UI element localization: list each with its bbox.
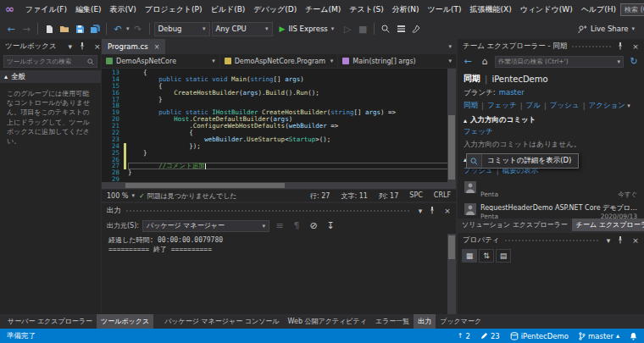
panel-grip[interactable] — [504, 238, 600, 242]
work-item-search-box[interactable]: 作業項目の検索 (Ctrl+') ▾ — [495, 56, 624, 68]
scroll-lock-icon[interactable]: ↧ — [324, 219, 337, 233]
branch-indicator[interactable]: master ▴ — [579, 332, 619, 340]
incoming-commits-section[interactable]: ▴ 入力方向のコミット — [464, 115, 638, 125]
team-action-link[interactable]: プル — [526, 101, 541, 111]
close-icon[interactable]: × — [442, 207, 452, 215]
code-line[interactable]: 17 } — [102, 97, 456, 103]
team-action-link[interactable]: フェッチ — [487, 101, 517, 111]
open-file-icon[interactable] — [58, 22, 71, 36]
left-dock-tab[interactable]: ツールボックス — [97, 314, 153, 329]
outgoing-commits-indicator[interactable]: ↑ 2 — [458, 332, 470, 340]
notifications-bell-icon[interactable] — [630, 332, 637, 340]
close-icon[interactable]: × — [630, 236, 641, 245]
right-panel-tab[interactable]: ソリューション エクスプローラー — [458, 219, 572, 231]
menu-item[interactable]: テスト(S) — [345, 0, 387, 19]
window-position-icon[interactable]: ▾ — [65, 42, 75, 51]
close-icon[interactable]: × — [154, 43, 160, 51]
repository-indicator[interactable]: iPentecDemo — [510, 332, 569, 340]
member-dropdown[interactable]: Main(string[] args) ▾ — [338, 54, 456, 68]
properties-window-icon[interactable] — [409, 22, 423, 36]
pending-changes-indicator[interactable]: 23 — [480, 332, 500, 340]
zoom-dropdown[interactable]: 100 % ▾ — [107, 192, 135, 200]
pin-icon[interactable] — [429, 207, 439, 214]
save-all-icon[interactable] — [88, 22, 102, 36]
type-dropdown[interactable]: DemoAspNetCore.Program ▾ — [220, 54, 339, 68]
editor-vertical-scrollbar[interactable] — [447, 69, 456, 182]
team-action-link[interactable]: プッシュ — [550, 101, 580, 111]
find-in-files-icon[interactable] — [379, 22, 392, 36]
bottom-dock-tab[interactable]: パッケージ マネージャー コンソール — [160, 314, 283, 329]
navigate-back-button[interactable]: ← — [4, 22, 18, 36]
word-wrap-icon[interactable]: ¶ — [290, 219, 303, 233]
output-source-dropdown[interactable]: パッケージ マネージャー ▾ — [142, 220, 269, 232]
start-without-debugging-icon[interactable]: ▷ — [341, 22, 354, 36]
messages-icon[interactable]: ≡ — [273, 219, 286, 233]
categorized-button[interactable]: ▦ — [462, 249, 477, 263]
redo-button[interactable]: ↷ — [131, 22, 145, 36]
window-position-icon[interactable]: ▾ — [415, 207, 425, 215]
active-files-dropdown-icon[interactable]: ▾ — [448, 43, 452, 50]
close-icon[interactable]: × — [92, 42, 103, 51]
right-panel-tab[interactable]: チーム エクスプローラー — [572, 219, 644, 231]
alphabetical-button[interactable]: ⇅ — [479, 249, 494, 263]
left-dock-tab[interactable]: サーバー エクスプローラー — [3, 314, 97, 329]
live-share-button[interactable]: Live Share ▾ — [578, 25, 640, 34]
refresh-icon[interactable]: ↻ — [627, 54, 641, 69]
menu-item[interactable]: チーム(M) — [301, 0, 345, 19]
menu-item[interactable]: ウィンドウ(W) — [516, 0, 577, 19]
bottom-dock-tab[interactable]: Web 公開アクティビティ — [284, 314, 371, 329]
code-line[interactable]: 25 } — [102, 150, 456, 157]
clear-all-icon[interactable]: ⊘ — [307, 219, 320, 233]
property-pages-button[interactable]: ▤ — [496, 249, 511, 263]
code-line[interactable]: 24 }); — [102, 143, 456, 150]
undo-dropdown-icon[interactable]: ▾ — [126, 25, 130, 32]
panel-grip[interactable] — [125, 208, 411, 213]
code-line[interactable]: 27 //コメント追加 — [102, 163, 456, 169]
code-line[interactable]: 28} — [102, 169, 456, 176]
start-debugging-button[interactable]: ▶ IIS Express ▾ — [275, 22, 340, 36]
pin-icon[interactable] — [79, 42, 89, 50]
branch-link[interactable]: master — [499, 88, 525, 98]
save-icon[interactable] — [73, 22, 86, 36]
menu-item[interactable]: ツール(T) — [424, 0, 466, 19]
scrollbar-thumb[interactable] — [448, 115, 455, 180]
commit-item[interactable]: Penta今すぐ — [464, 179, 638, 201]
scrollbar-thumb[interactable] — [448, 235, 455, 260]
toolbox-section-general[interactable]: ▴ 全般 — [0, 70, 101, 83]
properties-grid[interactable] — [458, 264, 644, 314]
output-log[interactable]: 経過した時間: 00:00:00.0079780========== 終了 ==… — [102, 234, 456, 314]
solution-platform-dropdown[interactable]: Any CPU ▾ — [212, 22, 273, 36]
pin-icon[interactable] — [617, 42, 627, 50]
menu-item[interactable]: デバッグ(D) — [249, 0, 301, 19]
quick-search-box[interactable]: 検索 (Ctrl+Q) — [620, 3, 644, 16]
bottom-dock-tab[interactable]: ブックマーク — [436, 314, 486, 329]
commit-details-tooltip[interactable]: コミットの詳細を表示(D) — [466, 153, 579, 169]
menu-item[interactable]: ファイル(F) — [21, 0, 71, 19]
window-position-icon[interactable]: ▾ — [603, 236, 613, 245]
menu-item[interactable]: プロジェクト(P) — [141, 0, 207, 19]
document-health-indicator[interactable]: ✓ 問題は見つかりませんでした — [139, 191, 237, 201]
team-action-link[interactable]: アクション ▾ — [589, 101, 630, 111]
commit-item[interactable]: RequestHeaderDemo ASP.NET Core デモプログラムの追… — [464, 201, 638, 219]
bottom-dock-tab[interactable]: エラー一覧 — [371, 314, 414, 329]
incoming-link[interactable]: フェッチ — [464, 127, 493, 137]
menu-item[interactable]: 拡張機能(X) — [465, 0, 515, 19]
scrollbar-thumb[interactable] — [125, 183, 285, 188]
pin-icon[interactable] — [617, 236, 627, 244]
home-icon[interactable]: ⌂ — [478, 54, 491, 69]
code-editor[interactable]: 13 {14 public static void Main(string[] … — [102, 69, 456, 182]
undo-button[interactable]: ↶ — [111, 22, 125, 36]
output-vertical-scrollbar[interactable] — [447, 234, 456, 314]
bottom-dock-tab[interactable]: 出力 — [414, 314, 436, 329]
editor-horizontal-scrollbar[interactable] — [102, 182, 456, 189]
solution-explorer-icon[interactable] — [394, 22, 408, 36]
menu-item[interactable]: 表示(V) — [106, 0, 141, 19]
menu-item[interactable]: ビルド(B) — [207, 0, 250, 19]
project-dropdown[interactable]: DemoAspNetCore ▾ — [102, 54, 220, 68]
solution-configuration-dropdown[interactable]: Debug ▾ — [154, 22, 210, 36]
team-action-link[interactable]: 同期 — [464, 101, 478, 111]
document-tab-programcs[interactable]: Program.cs × — [102, 39, 165, 54]
menu-item[interactable]: ヘルプ(H) — [577, 0, 620, 19]
menu-item[interactable]: 編集(E) — [71, 0, 106, 19]
navigate-forward-button[interactable]: → — [19, 22, 33, 36]
